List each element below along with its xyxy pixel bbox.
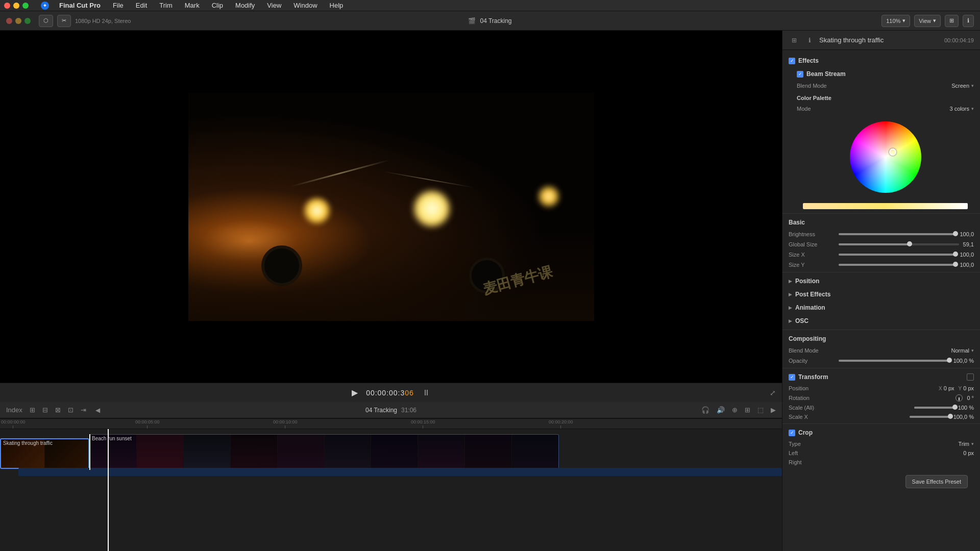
clip-beach[interactable]: Beach run sunset — [89, 434, 559, 470]
info-btn[interactable]: ℹ — [963, 15, 974, 27]
beach-thumb-6 — [325, 435, 372, 469]
opacity-thumb[interactable] — [947, 358, 952, 363]
crop-section: ✓ Crop Type Trim ▾ Left 0 px Right — [782, 426, 980, 467]
opacity-slider[interactable] — [839, 360, 949, 362]
clip-beach-label: Beach run sunset — [92, 436, 132, 441]
global-size-slider[interactable] — [839, 243, 959, 245]
crop-header[interactable]: ✓ Crop — [789, 426, 974, 439]
pause-button[interactable]: ⏸ — [422, 388, 430, 397]
panel-tab-info[interactable]: ℹ — [804, 35, 815, 46]
basic-header[interactable]: Basic — [789, 216, 974, 229]
menu-view[interactable]: View — [265, 2, 283, 9]
playhead[interactable] — [108, 429, 109, 551]
position-section[interactable]: ▶ Position — [782, 274, 980, 288]
ruler-mark-0: 00:00:00:00 — [1, 419, 26, 429]
view-button[interactable]: View ▾ — [914, 15, 941, 27]
timeline-ruler: 00:00:00:00 00:00:05:00 00:00:10:00 00:0… — [0, 419, 782, 429]
beam-stream-checkbox[interactable]: ✓ — [797, 71, 803, 78]
tl-audio-2[interactable]: 🔊 — [715, 405, 727, 415]
animation-section[interactable]: ▶ Animation — [782, 301, 980, 314]
menu-clip[interactable]: Clip — [210, 2, 225, 9]
transform-toggle[interactable] — [967, 373, 974, 381]
timeline-clip-duration: 31:06 — [401, 407, 416, 414]
crop-checkbox[interactable]: ✓ — [789, 430, 795, 436]
app-name[interactable]: Final Cut Pro — [57, 2, 103, 9]
size-x-thumb[interactable] — [953, 252, 958, 257]
tl-tool-5[interactable]: ⇥ — [79, 405, 88, 415]
panel-tab-inspector[interactable]: ⊞ — [789, 35, 800, 46]
mode-chevron: ▾ — [971, 106, 974, 111]
tl-arrow-left[interactable]: ◀ — [95, 407, 100, 414]
mode-label: Mode — [797, 106, 822, 112]
divider-5 — [782, 423, 980, 424]
play-button[interactable]: ▶ — [352, 388, 358, 397]
color-wheel[interactable] — [850, 121, 921, 193]
ruler-mark-4: 00:00:20:00 — [549, 419, 573, 429]
tl-tool-4[interactable]: ⊡ — [66, 405, 76, 415]
save-effects-preset-button[interactable]: Save Effects Preset — [905, 475, 968, 488]
main-layout: 麦田青牛课 ▶ 00:00:00:306 ⏸ ⤢ Index ⊞ ⊟ ⊠ ⊡ ⇥… — [0, 31, 980, 551]
transform-checkbox[interactable]: ✓ — [789, 374, 795, 381]
fullscreen-button[interactable] — [22, 3, 29, 9]
mode-dropdown[interactable]: 3 colors ▾ — [949, 106, 974, 112]
menu-help[interactable]: Help — [328, 2, 346, 9]
color-gradient-bar[interactable] — [803, 203, 968, 209]
brightness-thumb[interactable] — [953, 231, 958, 236]
zoom-control[interactable]: 110% ▾ — [881, 15, 910, 27]
beach-thumb-4 — [231, 435, 278, 469]
rotation-dial[interactable] — [955, 394, 963, 402]
clip-skating[interactable]: Skating through traffic — [0, 438, 89, 469]
osc-section[interactable]: ▶ OSC — [782, 314, 980, 328]
tool-button[interactable]: ✂ — [57, 15, 71, 27]
app-icon: ✦ — [41, 2, 49, 10]
scale-all-slider[interactable] — [914, 407, 955, 409]
blend-mode-dropdown[interactable]: Screen ▾ — [951, 83, 974, 89]
tl-audio-1[interactable]: 🎧 — [699, 405, 712, 415]
index-label[interactable]: Index — [4, 405, 24, 415]
menu-edit[interactable]: Edit — [134, 2, 149, 9]
crop-type-dropdown[interactable]: Trim ▾ — [958, 441, 974, 447]
scale-x-thumb[interactable] — [948, 414, 953, 419]
size-y-row: Size Y 100,0 — [789, 260, 974, 270]
scale-x-slider[interactable] — [910, 416, 950, 418]
inspector-btn[interactable]: ⊞ — [945, 15, 959, 27]
menu-modify[interactable]: Modify — [233, 2, 257, 9]
minimize-button[interactable] — [13, 3, 19, 9]
effects-checkbox[interactable]: ✓ — [789, 58, 795, 64]
fullscreen-icon[interactable]: ⤢ — [770, 389, 776, 397]
global-size-thumb[interactable] — [907, 241, 912, 246]
beach-thumb-9 — [465, 435, 512, 469]
compositing-header[interactable]: Compositing — [789, 332, 974, 345]
tl-arrow-right[interactable]: ▶ — [769, 405, 778, 415]
comp-blend-dropdown[interactable]: Normal ▾ — [951, 347, 974, 354]
menu-mark[interactable]: Mark — [183, 2, 202, 9]
size-x-slider[interactable] — [839, 254, 955, 256]
tl-tool-3[interactable]: ⊠ — [53, 405, 63, 415]
close-button[interactable] — [4, 3, 10, 9]
menu-window[interactable]: Window — [291, 2, 319, 9]
size-y-thumb[interactable] — [953, 262, 958, 267]
tl-tool-2[interactable]: ⊟ — [40, 405, 50, 415]
tl-export[interactable]: ⬚ — [755, 405, 766, 415]
menu-file[interactable]: File — [111, 2, 126, 9]
tl-fit[interactable]: ⊞ — [743, 405, 752, 415]
effects-header[interactable]: ✓ Effects — [789, 54, 974, 67]
color-wheel-cursor[interactable] — [889, 148, 896, 156]
size-x-fill — [839, 254, 955, 256]
tl-zoom[interactable]: ⊕ — [730, 405, 740, 415]
video-info: 1080p HD 24p, Stereo — [75, 18, 131, 24]
back-button[interactable]: ⬡ — [39, 15, 53, 27]
brightness-slider[interactable] — [839, 233, 955, 235]
scale-all-thumb[interactable] — [952, 405, 958, 410]
beam-stream-header[interactable]: ✓ Beam Stream — [797, 67, 974, 81]
menu-trim[interactable]: Trim — [157, 2, 175, 9]
rotation-value: 0 ° — [967, 395, 974, 401]
tl-tool-1[interactable]: ⊞ — [28, 405, 37, 415]
menubar: ✦ Final Cut Pro File Edit Trim Mark Clip… — [0, 0, 980, 11]
transform-section: ✓ Transform Position X 0 px Y 0 px — [782, 370, 980, 421]
transform-header[interactable]: ✓ Transform — [789, 370, 974, 384]
post-effects-section[interactable]: ▶ Post Effects — [782, 288, 980, 301]
scale-all-fill — [914, 407, 955, 409]
panel-timecode: 00:00:04:19 — [944, 37, 974, 43]
size-y-slider[interactable] — [839, 264, 955, 266]
